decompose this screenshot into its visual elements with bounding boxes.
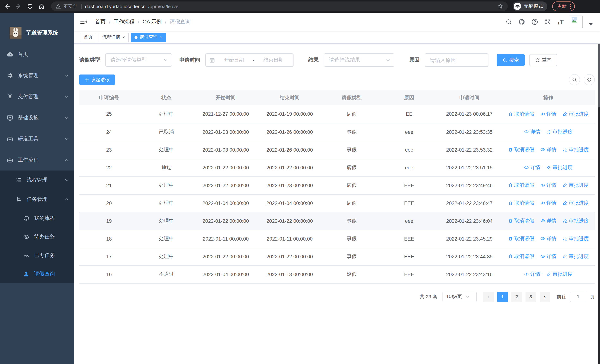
help-icon[interactable] bbox=[531, 19, 538, 25]
cancel-leave-link[interactable]: 取消请假 bbox=[508, 218, 534, 224]
prev-page-button[interactable]: ‹ bbox=[483, 291, 494, 302]
reset-button[interactable]: 重置 bbox=[529, 54, 557, 66]
sidebar-item-process-management[interactable]: 流程管理 bbox=[0, 170, 74, 190]
detail-link[interactable]: 详情 bbox=[540, 218, 556, 224]
sidebar-item-payment[interactable]: 支付管理 bbox=[0, 86, 74, 107]
screen: 不安全 dashboard.yudao.iocoder.cn/bpm/oa/le… bbox=[0, 0, 600, 364]
detail-link[interactable]: 详情 bbox=[524, 271, 540, 278]
col-reason: 原因 bbox=[381, 90, 437, 105]
github-icon[interactable] bbox=[518, 19, 525, 25]
sidebar-item-leave-query[interactable]: 请假查询 bbox=[0, 265, 74, 283]
avatar-dropdown-caret-icon[interactable] bbox=[589, 23, 593, 26]
cancel-leave-link[interactable]: 取消请假 bbox=[508, 235, 534, 242]
close-icon[interactable]: × bbox=[160, 35, 162, 39]
create-leave-button[interactable]: 发起请假 bbox=[79, 75, 115, 85]
cancel-leave-link[interactable]: 取消请假 bbox=[508, 146, 534, 153]
sidebar-toggle-icon[interactable] bbox=[80, 18, 87, 26]
cancel-leave-link[interactable]: 取消请假 bbox=[508, 111, 534, 117]
cell-status: 处理中 bbox=[139, 177, 194, 194]
font-size-icon[interactable]: TT bbox=[557, 19, 564, 25]
cell-end-time: 2022-01-23 00:00:00 bbox=[257, 177, 322, 194]
browser-menu-icon[interactable] bbox=[570, 3, 571, 9]
user-icon bbox=[23, 271, 30, 277]
cancel-leave-link[interactable]: 取消请假 bbox=[508, 182, 534, 189]
detail-link[interactable]: 详情 bbox=[540, 235, 556, 242]
cell-apply-id: 21 bbox=[79, 177, 139, 194]
cell-actions: 详情审批进度 bbox=[502, 265, 595, 283]
scrollbar[interactable] bbox=[598, 13, 600, 364]
update-chrome-button[interactable]: 更新 bbox=[552, 1, 575, 11]
sidebar-item-done-tasks[interactable]: 已办任务 bbox=[0, 246, 74, 265]
approval-progress-link[interactable]: 审批进度 bbox=[562, 182, 589, 189]
sidebar-item-workflow[interactable]: 工作流程 bbox=[0, 149, 74, 170]
reload-icon[interactable] bbox=[27, 3, 33, 10]
app-logo-row[interactable]: 芋道管理系统 bbox=[0, 21, 74, 44]
cell-leave-type: 婚假 bbox=[322, 265, 381, 283]
detail-link[interactable]: 详情 bbox=[540, 111, 556, 117]
result-select[interactable]: 请选择流结果 bbox=[324, 53, 394, 67]
detail-link[interactable]: 详情 bbox=[540, 253, 556, 260]
apply-time-range-picker[interactable]: 开始日期 - 结束日期 bbox=[205, 53, 293, 67]
detail-link[interactable]: 详情 bbox=[524, 129, 540, 135]
fullscreen-icon[interactable] bbox=[544, 19, 551, 25]
approval-progress-link[interactable]: 审批进度 bbox=[562, 235, 589, 242]
home-icon[interactable] bbox=[38, 3, 45, 10]
chevron-down-icon bbox=[65, 178, 69, 182]
chevron-down-icon bbox=[65, 137, 69, 141]
page-size-select[interactable]: 10条/页 bbox=[442, 291, 477, 302]
approval-progress-link[interactable]: 审批进度 bbox=[562, 200, 589, 206]
cell-reason: EEE bbox=[381, 230, 437, 248]
sidebar-item-system[interactable]: 系统管理 bbox=[0, 65, 74, 86]
detail-link[interactable]: 详情 bbox=[524, 164, 540, 171]
detail-link[interactable]: 详情 bbox=[540, 182, 556, 189]
show-search-button[interactable] bbox=[569, 74, 580, 85]
breadcrumb-home[interactable]: 首页 bbox=[95, 19, 106, 25]
col-status: 状态 bbox=[139, 90, 194, 105]
tag-home[interactable]: 首页 bbox=[80, 32, 96, 42]
forward-icon[interactable] bbox=[15, 3, 22, 10]
sidebar-item-dev-tools[interactable]: 研发工具 bbox=[0, 128, 74, 149]
cell-status: 处理中 bbox=[139, 212, 194, 230]
cancel-leave-link[interactable]: 取消请假 bbox=[508, 200, 534, 206]
tag-process-detail[interactable]: 流程详情 × bbox=[99, 32, 129, 42]
cell-leave-type: 事假 bbox=[322, 212, 381, 230]
sidebar-item-task-management[interactable]: 任务管理 bbox=[0, 190, 74, 209]
page-button-2[interactable]: 2 bbox=[511, 291, 522, 302]
back-icon[interactable] bbox=[4, 3, 10, 10]
refresh-table-button[interactable] bbox=[584, 74, 595, 85]
cancel-leave-link[interactable]: 取消请假 bbox=[508, 253, 534, 260]
page-button-3[interactable]: 3 bbox=[525, 291, 536, 302]
breadcrumb-workflow[interactable]: 工作流程 bbox=[114, 19, 134, 25]
breadcrumb-oa-example[interactable]: OA 示例 bbox=[143, 19, 162, 25]
sidebar-item-home[interactable]: 首页 bbox=[0, 44, 74, 65]
page-button-1[interactable]: 1 bbox=[497, 291, 508, 302]
approval-progress-link[interactable]: 审批进度 bbox=[546, 164, 572, 171]
bookmark-star-icon[interactable] bbox=[497, 3, 503, 9]
goto-page-input[interactable] bbox=[570, 291, 586, 302]
approval-progress-link[interactable]: 审批进度 bbox=[562, 218, 589, 224]
detail-link[interactable]: 详情 bbox=[540, 200, 556, 206]
monitor-icon bbox=[7, 114, 13, 121]
avatar[interactable] bbox=[570, 16, 582, 28]
search-button[interactable]: 搜索 bbox=[497, 54, 525, 66]
tag-leave-query[interactable]: 请假查询 × bbox=[131, 32, 166, 42]
approval-progress-link[interactable]: 审批进度 bbox=[562, 253, 589, 260]
leave-table: 申请编号 状态 开始时间 结束时间 请假类型 原因 申请时间 操作 25处理中2… bbox=[79, 90, 595, 283]
detail-link[interactable]: 详情 bbox=[540, 146, 556, 153]
approval-progress-link[interactable]: 审批进度 bbox=[546, 129, 572, 135]
sidebar-item-my-process[interactable]: 我的流程 bbox=[0, 209, 74, 228]
browser-toolbar: 不安全 dashboard.yudao.iocoder.cn/bpm/oa/le… bbox=[0, 0, 600, 13]
sidebar-item-todo-tasks[interactable]: 待办任务 bbox=[0, 228, 74, 246]
approval-progress-link[interactable]: 审批进度 bbox=[562, 146, 589, 153]
header-search-icon[interactable] bbox=[506, 19, 512, 25]
address-bar[interactable]: 不安全 dashboard.yudao.iocoder.cn/bpm/oa/le… bbox=[51, 1, 508, 11]
leave-type-select[interactable]: 请选择请假类型 bbox=[105, 53, 172, 67]
sidebar-item-infrastructure[interactable]: 基础设施 bbox=[0, 107, 74, 128]
calendar-icon bbox=[209, 57, 215, 63]
table-body: 25处理中2021-12-27 00:00:002022-01-19 00:00… bbox=[79, 105, 595, 283]
approval-progress-link[interactable]: 审批进度 bbox=[562, 111, 589, 117]
reason-input[interactable] bbox=[425, 53, 488, 67]
approval-progress-link[interactable]: 审批进度 bbox=[546, 271, 572, 278]
next-page-button[interactable]: › bbox=[540, 291, 550, 302]
close-icon[interactable]: × bbox=[122, 35, 125, 39]
